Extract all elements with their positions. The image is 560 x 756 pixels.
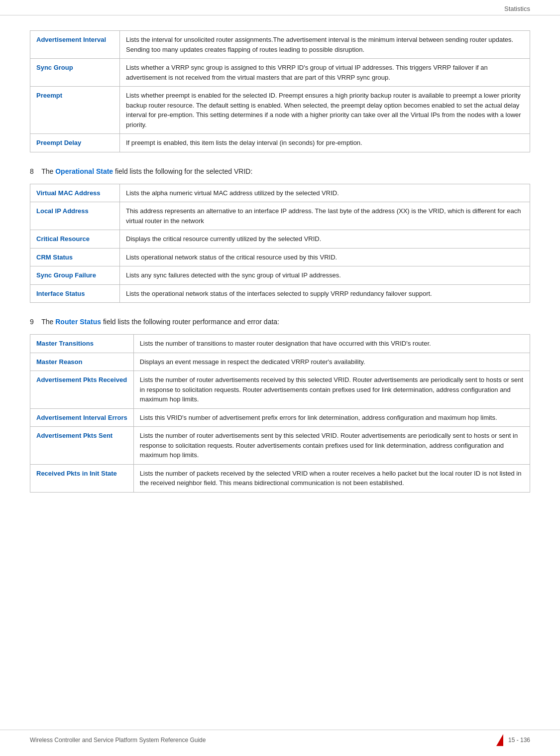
table-operational-state: Virtual MAC AddressLists the alpha numer… [30, 184, 530, 303]
row-label: Advertisement Pkts Sent [30, 427, 134, 465]
table-row: Advertisement Pkts SentLists the number … [30, 427, 530, 465]
footer-page-number: 15 - 136 [508, 737, 530, 744]
row-label: Advertisement Pkts Received [30, 371, 134, 409]
table-row: Virtual MAC AddressLists the alpha numer… [30, 184, 530, 202]
row-desc: Lists whether preempt is enabled for the… [120, 87, 530, 134]
table-row: Master TransitionsLists the number of tr… [30, 335, 530, 353]
row-label: Advertisement Interval Errors [30, 408, 134, 427]
row-desc: Displays an event message in respect the… [133, 353, 530, 371]
table-row: Local IP AddressThis address represents … [30, 202, 530, 230]
row-desc: Lists whether a VRRP sync group is assig… [120, 59, 530, 87]
table-row: PreemptLists whether preempt is enabled … [30, 87, 530, 134]
row-desc: Lists operational network status of the … [120, 248, 530, 266]
section9-highlight: Router Status [55, 318, 101, 326]
table-advertisement: Advertisement IntervalLists the interval… [30, 30, 530, 152]
row-desc: Lists the alpha numeric virtual MAC addr… [120, 184, 530, 202]
table-row: Sync GroupLists whether a VRRP sync grou… [30, 59, 530, 87]
row-label: Master Transitions [30, 335, 134, 353]
footer-logo-triangle [496, 734, 503, 746]
row-label: Sync Group Failure [30, 266, 120, 285]
table-router-status: Master TransitionsLists the number of tr… [30, 334, 530, 493]
row-desc: Lists the interval for unsolicited route… [120, 31, 530, 59]
section-number-9: 9 [30, 318, 34, 326]
table-row: CRM StatusLists operational network stat… [30, 248, 530, 266]
row-label: Critical Resource [30, 230, 120, 249]
row-desc: Lists the number of transitions to maste… [133, 335, 530, 353]
row-desc: Lists the number of router advertisement… [133, 371, 530, 409]
page-footer: Wireless Controller and Service Platform… [0, 730, 560, 746]
row-desc: Lists any sync failures detected with th… [120, 266, 530, 285]
row-label: Virtual MAC Address [30, 184, 120, 202]
table-row: Master ReasonDisplays an event message i… [30, 353, 530, 371]
row-desc: If preempt is enabled, this item lists t… [120, 134, 530, 152]
footer-right: 15 - 136 [496, 734, 530, 746]
table-row: Critical ResourceDisplays the critical r… [30, 230, 530, 249]
row-label: Preempt [30, 87, 120, 134]
table-row: Interface StatusLists the operational ne… [30, 284, 530, 303]
row-desc: Displays the critical resource currently… [120, 230, 530, 249]
table-row: Sync Group FailureLists any sync failure… [30, 266, 530, 285]
table-row: Advertisement IntervalLists the interval… [30, 31, 530, 59]
table-row: Received Pkts in Init StateLists the num… [30, 464, 530, 492]
footer-left: Wireless Controller and Service Platform… [30, 734, 206, 746]
row-desc: Lists the number of packets received by … [133, 464, 530, 492]
row-desc: This address represents an alternative t… [120, 202, 530, 230]
table-row: Advertisement Interval ErrorsLists this … [30, 408, 530, 427]
row-desc: Lists the number of router advertisement… [133, 427, 530, 465]
row-desc: Lists this VRID's number of advertisemen… [133, 408, 530, 427]
section9-intro: 9 The Router Status field lists the foll… [30, 317, 530, 327]
row-label: Interface Status [30, 284, 120, 303]
row-desc: Lists the operational network status of … [120, 284, 530, 303]
page-header: Statistics [0, 0, 560, 15]
footer-left-text: Wireless Controller and Service Platform… [30, 737, 206, 744]
section8-highlight: Operational State [55, 167, 113, 175]
table-row: Advertisement Pkts ReceivedLists the num… [30, 371, 530, 409]
row-label: Advertisement Interval [30, 31, 120, 59]
section-number-8: 8 [30, 167, 34, 175]
header-title: Statistics [504, 5, 530, 12]
row-label: Master Reason [30, 353, 134, 371]
row-label: Received Pkts in Init State [30, 464, 134, 492]
section8-intro: 8 The Operational State field lists the … [30, 166, 530, 177]
table-row: Preempt DelayIf preempt is enabled, this… [30, 134, 530, 152]
row-label: Sync Group [30, 59, 120, 87]
row-label: CRM Status [30, 248, 120, 266]
row-label: Local IP Address [30, 202, 120, 230]
row-label: Preempt Delay [30, 134, 120, 152]
